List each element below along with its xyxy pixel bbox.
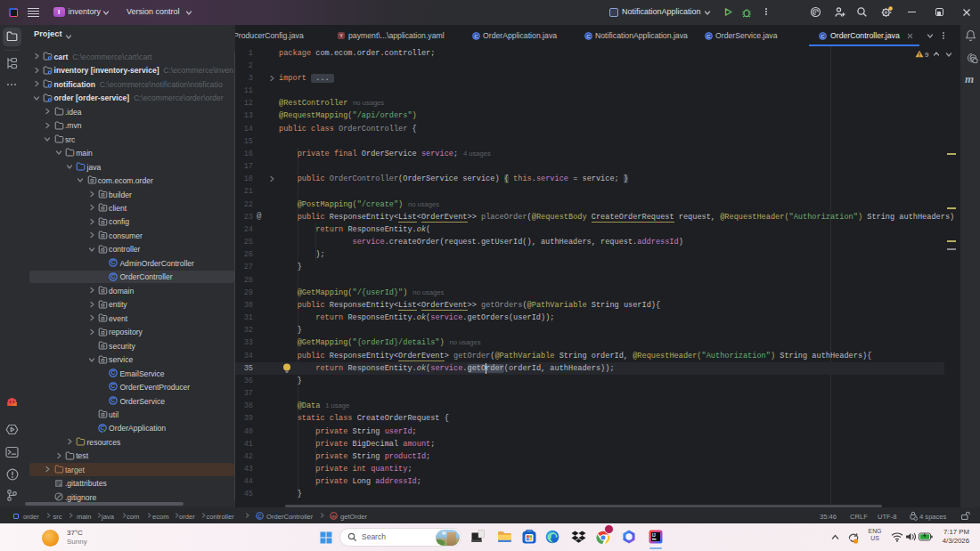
- svg-text:C: C: [706, 33, 711, 38]
- svg-text:C: C: [111, 384, 116, 390]
- svg-text:C: C: [474, 33, 478, 38]
- svg-text:m: m: [331, 513, 336, 518]
- svg-text:C: C: [111, 369, 116, 376]
- svg-text:IJ: IJ: [652, 533, 656, 538]
- svg-text:C: C: [111, 397, 116, 403]
- svg-text:C: C: [586, 33, 591, 38]
- svg-text:C: C: [257, 513, 262, 518]
- svg-text:C: C: [111, 260, 116, 266]
- svg-text:C: C: [821, 33, 825, 38]
- svg-text:C: C: [111, 273, 116, 280]
